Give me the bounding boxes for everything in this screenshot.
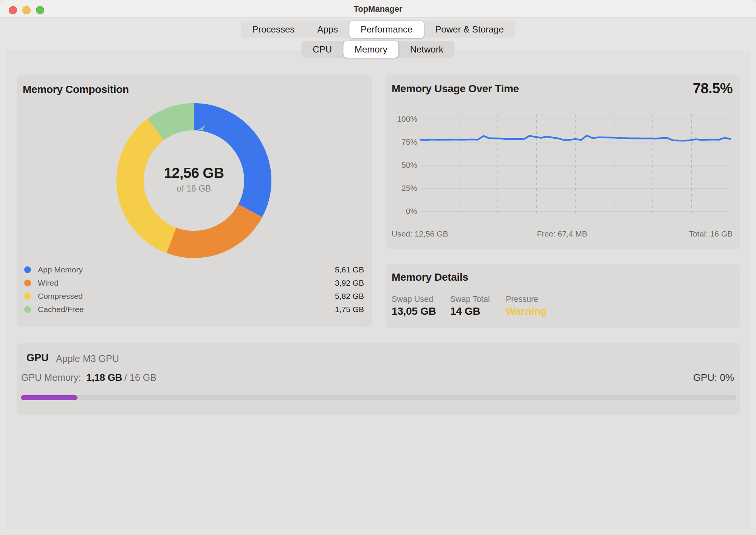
legend-item-cached-free: Cached/Free 1,75 GB: [24, 303, 364, 316]
memory-details-panel: Memory Details Swap Used 13,05 GB Swap T…: [386, 264, 740, 328]
performance-subtab-bar: CPU Memory Network: [301, 41, 454, 58]
gpu-memory-value: 1,18 GB: [86, 372, 122, 383]
memory-composition-panel: Memory Composition 12,56 GB of 16 GB App…: [17, 74, 372, 327]
memory-composition-legend: App Memory 5,61 GB Wired 3,92 GB Compres…: [24, 263, 364, 316]
tab-power-storage[interactable]: Power & Storage: [424, 21, 515, 38]
svg-text:25%: 25%: [401, 184, 417, 192]
swap-used-value: 13,05 GB: [392, 305, 436, 317]
legend-value: 5,61 GB: [335, 265, 364, 274]
memory-usage-title: Memory Usage Over Time: [392, 83, 519, 95]
tab-processes[interactable]: Processes: [241, 21, 306, 38]
window-title: TopManager: [0, 4, 756, 14]
gpu-label: GPU: [26, 352, 49, 364]
gpu-panel: GPU Apple M3 GPU GPU Memory:1,18 GB/ 16 …: [17, 343, 740, 415]
memory-details-title: Memory Details: [392, 271, 468, 283]
app-window: TopManager Processes Apps Performance Po…: [0, 0, 756, 535]
legend-value: 1,75 GB: [335, 305, 364, 314]
gpu-memory-row: GPU Memory:1,18 GB/ 16 GB: [21, 372, 156, 383]
memory-composition-donut-chart: [116, 103, 271, 258]
swap-total-label: Swap Total: [450, 295, 490, 304]
gpu-memory-total: / 16 GB: [124, 372, 156, 383]
title-bar: TopManager: [0, 0, 756, 18]
tab-performance[interactable]: Performance: [349, 21, 424, 38]
tab-apps[interactable]: Apps: [306, 21, 349, 38]
legend-label: Cached/Free: [38, 305, 84, 314]
subtab-cpu[interactable]: CPU: [301, 41, 343, 58]
gpu-memory-progress-track: [21, 395, 736, 400]
gpu-name: Apple M3 GPU: [56, 353, 119, 364]
svg-text:50%: 50%: [401, 161, 417, 169]
swap-total-value: 14 GB: [450, 305, 480, 317]
total-memory-stat: Total: 16 GB: [689, 229, 733, 238]
free-memory-stat: Free: 67,4 MB: [392, 229, 733, 238]
pressure-label: Pressure: [506, 295, 538, 304]
legend-value: 5,82 GB: [335, 292, 364, 301]
legend-label: Wired: [38, 278, 59, 288]
gpu-memory-label: GPU Memory:: [21, 372, 81, 383]
pressure-value-warning: Warning: [506, 305, 547, 317]
subtab-memory[interactable]: Memory: [343, 41, 399, 58]
legend-item-wired: Wired 3,92 GB: [24, 276, 364, 289]
subtab-network[interactable]: Network: [399, 41, 455, 58]
legend-label: Compressed: [38, 292, 83, 301]
gpu-memory-progress-fill: [21, 395, 77, 400]
memory-usage-line-chart: 100%75%50%25%0%: [391, 112, 736, 226]
legend-label: App Memory: [38, 265, 83, 274]
legend-item-compressed: Compressed 5,82 GB: [24, 289, 364, 303]
memory-composition-title: Memory Composition: [23, 83, 129, 96]
svg-text:0%: 0%: [406, 207, 417, 215]
legend-item-app-memory: App Memory 5,61 GB: [24, 263, 364, 276]
usage-footer: Used: 12,56 GB Free: 67,4 MB Total: 16 G…: [392, 229, 733, 238]
main-tab-bar: Processes Apps Performance Power & Stora…: [241, 21, 515, 38]
svg-text:100%: 100%: [397, 114, 417, 123]
gpu-usage-percent: GPU: 0%: [693, 372, 734, 383]
memory-usage-panel: Memory Usage Over Time 78.5% 100%75%50%2…: [386, 74, 740, 249]
app-memory-color-dot: [24, 266, 31, 273]
wired-color-dot: [24, 280, 31, 286]
compressed-color-dot: [24, 293, 31, 300]
swap-used-label: Swap Used: [392, 295, 433, 304]
legend-value: 3,92 GB: [335, 278, 364, 288]
current-memory-usage-percent: 78.5%: [693, 80, 733, 97]
cached-free-color-dot: [24, 306, 31, 313]
svg-text:75%: 75%: [401, 138, 417, 146]
